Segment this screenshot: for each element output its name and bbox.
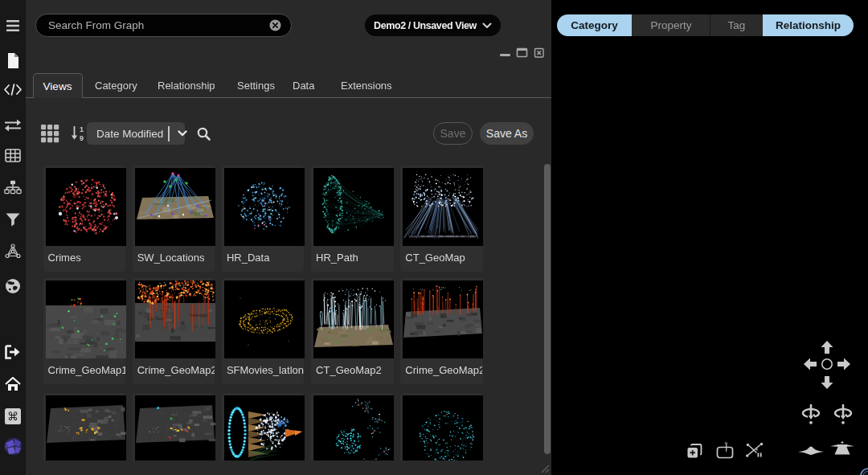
svg-text:1: 1 <box>80 125 84 133</box>
svg-text:9: 9 <box>80 134 84 142</box>
svg-text:⌘: ⌘ <box>7 410 18 423</box>
